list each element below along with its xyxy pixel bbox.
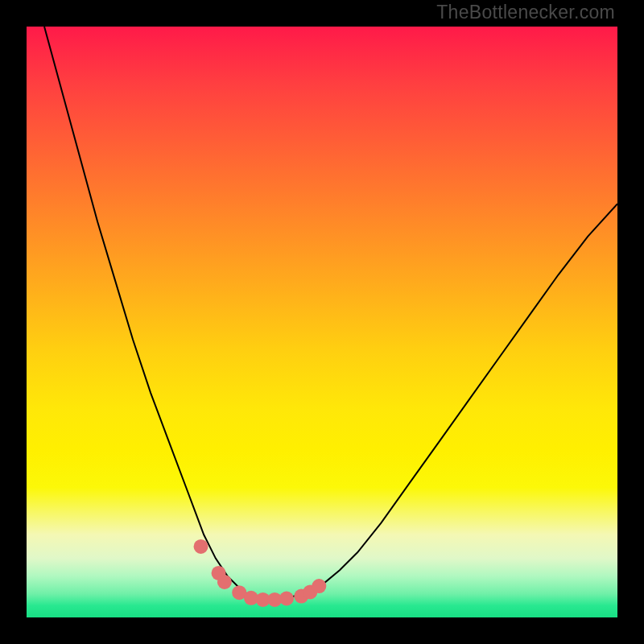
- chart-svg: [27, 27, 617, 617]
- highlight-dots: [194, 539, 327, 607]
- plot-area: [27, 27, 617, 617]
- chart-frame: TheBottlenecker.com: [0, 0, 644, 644]
- highlight-dot: [217, 575, 232, 589]
- highlight-dot: [194, 539, 208, 554]
- highlight-dot: [312, 579, 326, 593]
- watermark-label: TheBottlenecker.com: [436, 2, 615, 23]
- bottleneck-curve: [44, 27, 617, 600]
- highlight-dot: [279, 592, 294, 606]
